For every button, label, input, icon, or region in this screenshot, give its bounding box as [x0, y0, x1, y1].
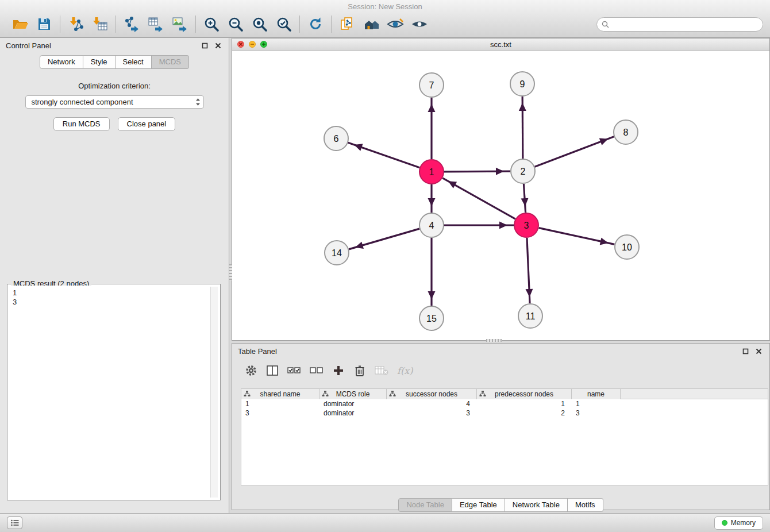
- title-bar: Session: New Session: [0, 0, 770, 38]
- toolbar-separator: [299, 16, 300, 33]
- edge-arrowhead: [519, 103, 526, 111]
- table-cell[interactable]: 3: [387, 409, 477, 417]
- close-panel-icon[interactable]: [213, 41, 223, 51]
- node-label-9: 9: [520, 79, 525, 89]
- table-panel-title: Table Panel: [238, 347, 277, 356]
- mcds-actions: Run MCDS Close panel: [0, 117, 229, 131]
- edge-arrowhead: [599, 138, 608, 145]
- tab-edge-table[interactable]: Edge Table: [452, 498, 505, 512]
- close-panel-button[interactable]: Close panel: [118, 117, 176, 131]
- table-cell[interactable]: 4: [387, 400, 477, 408]
- home-icon[interactable]: [359, 14, 383, 34]
- node-label-8: 8: [623, 128, 629, 137]
- select-all-columns-icon[interactable]: [287, 364, 301, 377]
- table-cell[interactable]: dominator: [319, 409, 387, 417]
- edge-arrowhead: [354, 144, 363, 151]
- zoom-out-icon[interactable]: [224, 14, 248, 34]
- column-type-icon: [389, 391, 396, 399]
- gear-icon[interactable]: [245, 364, 257, 377]
- chevron-up-down-icon: [195, 98, 201, 106]
- main-toolbar: [0, 11, 770, 36]
- open-session-icon[interactable]: [8, 14, 32, 34]
- column-layout-icon[interactable]: [266, 364, 279, 377]
- import-network-icon[interactable]: [64, 14, 88, 34]
- import-table-icon[interactable]: [88, 14, 112, 34]
- column-header-predecessor-nodes[interactable]: predecessor nodes: [477, 389, 572, 399]
- table-cell[interactable]: 3: [241, 409, 319, 417]
- table-row[interactable]: 1dominator411: [241, 399, 768, 408]
- export-network-icon[interactable]: [120, 14, 144, 34]
- mcds-result-groupbox: MCDS result (2 nodes) 1 3: [7, 284, 221, 500]
- table-cell[interactable]: 1: [241, 400, 319, 408]
- column-header-name[interactable]: name: [572, 389, 621, 399]
- panel-list-icon[interactable]: [7, 516, 22, 529]
- zoom-in-icon[interactable]: [199, 14, 224, 34]
- tab-select[interactable]: Select: [116, 55, 152, 69]
- optimization-criterion-select[interactable]: strongly connected component: [25, 95, 204, 109]
- table-row[interactable]: 3dominator323: [241, 408, 768, 418]
- close-window-icon[interactable]: [237, 41, 244, 48]
- refresh-icon[interactable]: [303, 14, 328, 34]
- table-cell[interactable]: 2: [477, 409, 572, 417]
- export-image-icon[interactable]: [168, 14, 192, 34]
- show-hide-icon[interactable]: [407, 14, 432, 34]
- float-panel-icon[interactable]: [199, 41, 210, 51]
- status-bar: Memory: [0, 513, 770, 532]
- edge-arrowhead: [428, 104, 436, 112]
- tab-mcds[interactable]: MCDS: [152, 55, 189, 69]
- node-label-14: 14: [332, 248, 342, 258]
- table-cell[interactable]: 1: [477, 400, 572, 408]
- node-label-15: 15: [426, 314, 437, 323]
- vertical-splitter-grip[interactable]: [229, 264, 232, 280]
- column-type-icon: [244, 391, 251, 399]
- window-controls: [232, 41, 267, 48]
- delete-column-icon[interactable]: [353, 364, 366, 377]
- result-scrollbar[interactable]: [210, 287, 218, 498]
- memory-button[interactable]: Memory: [714, 516, 763, 530]
- toolbar-separator: [60, 16, 60, 33]
- edge-arrowhead: [428, 291, 436, 299]
- tab-style[interactable]: Style: [83, 55, 116, 69]
- column-header-successor-nodes[interactable]: successor nodes: [387, 389, 477, 399]
- minimize-window-icon[interactable]: [249, 41, 256, 48]
- table-body: 1dominator4113dominator323: [241, 399, 768, 418]
- export-table-icon[interactable]: [144, 14, 168, 34]
- table-cell[interactable]: 1: [572, 400, 621, 408]
- tab-motifs[interactable]: Motifs: [568, 498, 603, 512]
- column-type-icon: [322, 391, 329, 399]
- float-panel-icon[interactable]: [740, 346, 750, 357]
- save-session-icon[interactable]: [32, 14, 56, 34]
- zoom-fit-icon[interactable]: [248, 14, 272, 34]
- run-mcds-button[interactable]: Run MCDS: [53, 117, 110, 131]
- horizontal-splitter-grip[interactable]: [486, 339, 502, 342]
- column-header-shared-name[interactable]: shared name: [241, 389, 319, 399]
- column-header-MCDS-role[interactable]: MCDS role: [319, 389, 387, 399]
- tab-network-table[interactable]: Network Table: [505, 498, 568, 512]
- network-graph: 7968124314101511: [232, 51, 769, 340]
- edge-2-3[interactable]: [523, 184, 525, 213]
- memory-status-icon: [722, 520, 727, 526]
- clone-network-icon[interactable]: [335, 14, 359, 34]
- control-panel: Control Panel Network Style Select MCDS …: [0, 38, 229, 513]
- zoom-selected-icon[interactable]: [272, 14, 296, 34]
- table-cell[interactable]: dominator: [319, 400, 387, 408]
- close-panel-icon[interactable]: [753, 346, 764, 357]
- table-cell[interactable]: 3: [572, 409, 621, 417]
- graphics-details-icon[interactable]: [383, 14, 407, 34]
- tab-node-table[interactable]: Node Table: [398, 498, 452, 512]
- table-tabs: Node Table Edge Table Network Table Moti…: [232, 498, 769, 512]
- network-canvas[interactable]: 7968124314101511: [232, 51, 769, 340]
- column-header-label: predecessor nodes: [495, 390, 553, 398]
- search-input[interactable]: [596, 17, 763, 32]
- tab-network[interactable]: Network: [40, 55, 83, 69]
- window-title: Session: New Session: [0, 0, 770, 11]
- add-column-icon[interactable]: [332, 364, 345, 377]
- function-builder-icon: f(x): [397, 364, 413, 377]
- maximize-window-icon[interactable]: [260, 41, 267, 48]
- mcds-result-area[interactable]: 1 3: [9, 286, 219, 499]
- delete-table-icon: [375, 364, 388, 377]
- control-panel-title: Control Panel: [6, 41, 51, 50]
- table-panel: Table Panel: [232, 343, 770, 510]
- deselect-all-columns-icon[interactable]: [310, 364, 324, 377]
- edge-arrowhead: [521, 198, 529, 206]
